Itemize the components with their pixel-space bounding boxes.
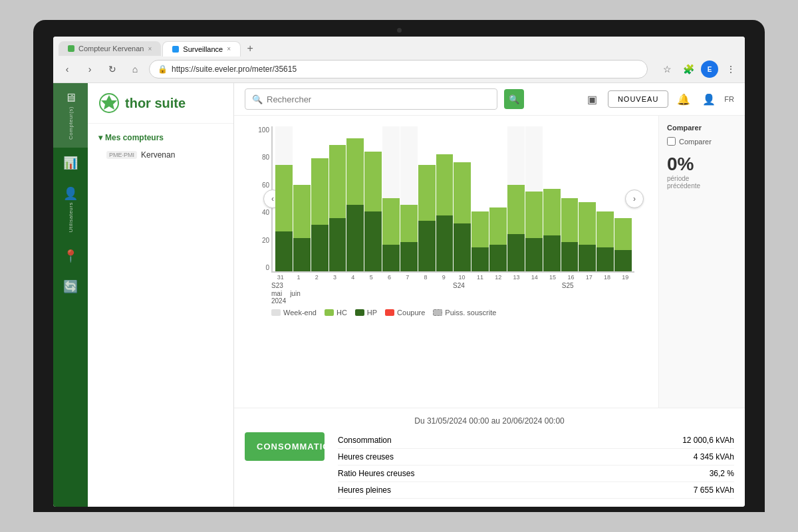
address-bar[interactable]: 🔒 https://suite.eveler.pro/meter/35615	[149, 60, 648, 78]
reload-button[interactable]: ↻	[104, 61, 121, 78]
x-label-7: 7	[398, 274, 416, 281]
bar-group-8	[418, 126, 436, 271]
tab2-label: Surveillance	[183, 45, 223, 53]
chart-container: 100 80 60 40 20 0 ‹ ›	[271, 126, 634, 273]
compare-percent: 0%	[667, 154, 737, 175]
legend-coupure-label: Coupure	[397, 309, 425, 317]
legend-hp-color	[355, 309, 364, 316]
tab1-label: Compteur Kervenan	[78, 45, 144, 53]
stat-value-3: 7 655 kVAh	[694, 485, 734, 495]
sidebar-icon-compteurs[interactable]: 🖥 Compteur(s)	[53, 83, 88, 148]
bar-group-9	[436, 126, 454, 271]
bar-group-0	[275, 126, 293, 271]
legend-hp-label: HP	[367, 309, 377, 317]
search-submit-icon: 🔍	[509, 94, 519, 104]
week-month-row: S23 S24 S25	[271, 282, 634, 289]
camera-dot	[397, 28, 402, 33]
logo-text: thor suite	[125, 96, 186, 111]
bar-group-19	[614, 126, 632, 271]
x-label-17: 17	[580, 274, 598, 281]
chevron-down-icon: ▾	[98, 133, 102, 142]
extension-button[interactable]: 🧩	[680, 61, 697, 78]
left-nav: thor suite ▾ Mes compteurs PME·PMI Kerve…	[88, 83, 234, 507]
nouveau-button[interactable]: NOUVEAU	[608, 90, 668, 108]
consommation-button[interactable]: CONSOMMATION	[245, 432, 325, 461]
search-icon: 🔍	[252, 94, 263, 104]
sidebar-icon-users[interactable]: 👤 Utilisateurs	[53, 178, 88, 241]
legend-puiss-color	[433, 309, 442, 316]
stats-icon: 📊	[63, 156, 78, 170]
account-button[interactable]: 👤	[699, 89, 719, 109]
legend-weekend: Week-end	[271, 309, 317, 317]
search-input[interactable]	[267, 94, 490, 104]
bar-group-16	[561, 126, 579, 271]
home-button[interactable]: ⌂	[126, 61, 144, 78]
tab1-close[interactable]: ×	[148, 45, 152, 53]
x-label-8: 8	[416, 274, 434, 281]
x-label-19: 19	[616, 274, 634, 281]
users-icon: 👤	[63, 186, 78, 201]
tab-kervenan[interactable]: Compteur Kervenan ×	[59, 41, 161, 56]
logo-icon	[98, 92, 120, 114]
bar-group-15	[543, 126, 561, 271]
s25-label: S25	[562, 282, 634, 289]
bookmark-button[interactable]: ☆	[658, 61, 676, 78]
x-label-14: 14	[525, 274, 543, 281]
compteurs-icon-label: Compteur(s)	[68, 106, 74, 140]
stat-label-3: Heures pleines	[338, 485, 391, 495]
sidebar-icon-stats[interactable]: 📊	[53, 148, 88, 178]
compteurs-icon: 🖥	[65, 91, 76, 105]
stat-label-1: Heures creuses	[338, 452, 394, 462]
y-label-100: 100	[246, 126, 269, 134]
menu-button[interactable]: ⋮	[722, 61, 739, 78]
compare-checkbox[interactable]	[667, 137, 676, 146]
language-label: FR	[724, 95, 734, 103]
address-bar-row: ‹ › ↻ ⌂ 🔒 https://suite.eveler.pro/meter…	[53, 57, 745, 82]
forward-button[interactable]: ›	[81, 61, 98, 78]
legend-puiss: Puiss. souscrite	[433, 309, 496, 317]
header-actions: ▣ NOUVEAU 🔔 👤 FR	[583, 89, 734, 109]
back-button[interactable]: ‹	[59, 61, 76, 78]
x-label-6: 6	[380, 274, 398, 281]
stat-label-2: Ratio Heures creuses	[338, 469, 414, 478]
new-tab-button[interactable]: +	[242, 41, 258, 57]
year-label: 2024	[271, 297, 648, 305]
sidebar-icon-sync[interactable]: 🔄	[53, 271, 88, 302]
bar-group-17	[579, 126, 596, 271]
bar-group-14	[525, 126, 543, 271]
x-label-4: 4	[344, 274, 362, 281]
chart-compare-row: 100 80 60 40 20 0 ‹ ›	[234, 116, 745, 408]
month-juin: juin	[290, 290, 301, 297]
nav-section: ▾ Mes compteurs PME·PMI Kervenan	[88, 124, 233, 169]
stats-date-range: Du 31/05/2024 00:00 au 20/06/2024 00:00	[245, 416, 734, 426]
x-label-1: 1	[289, 274, 307, 281]
profile-button[interactable]: E	[701, 61, 718, 78]
search-submit-button[interactable]: 🔍	[504, 89, 524, 109]
y-label-40: 40	[246, 209, 269, 216]
bar-group-13	[507, 126, 525, 271]
x-label-13: 13	[507, 274, 525, 281]
x-axis: 3112345678910111213141516171819	[271, 274, 634, 281]
legend-hp: HP	[355, 309, 377, 317]
stat-row-2: Ratio Heures creuses 36,2 %	[338, 466, 734, 482]
location-icon: 📍	[63, 249, 78, 263]
nav-item-kervenan[interactable]: PME·PMI Kervenan	[88, 146, 233, 164]
bar-group-3	[329, 126, 346, 271]
sync-icon: 🔄	[63, 279, 78, 294]
compare-checkbox-row[interactable]: Comparer	[667, 137, 737, 146]
stat-row-3: Heures pleines 7 655 kVAh	[338, 482, 734, 499]
bar-group-10	[454, 126, 471, 271]
display-button[interactable]: ▣	[583, 89, 602, 109]
y-label-80: 80	[246, 154, 269, 161]
x-label-5: 5	[362, 274, 380, 281]
x-label-15: 15	[543, 274, 561, 281]
legend-hc-color	[325, 309, 334, 316]
tab-surveillance[interactable]: Surveillance ×	[162, 41, 241, 57]
app-content: 🖥 Compteur(s) 📊 👤 Utilisateurs 📍 🔄	[53, 83, 745, 507]
sidebar-icon-location[interactable]: 📍	[53, 241, 88, 271]
notifications-button[interactable]: 🔔	[674, 89, 694, 109]
bar-group-12	[489, 126, 507, 271]
tab2-close[interactable]: ×	[227, 45, 231, 53]
nav-item-badge: PME·PMI	[106, 151, 137, 159]
nav-section-header[interactable]: ▾ Mes compteurs	[88, 129, 233, 146]
